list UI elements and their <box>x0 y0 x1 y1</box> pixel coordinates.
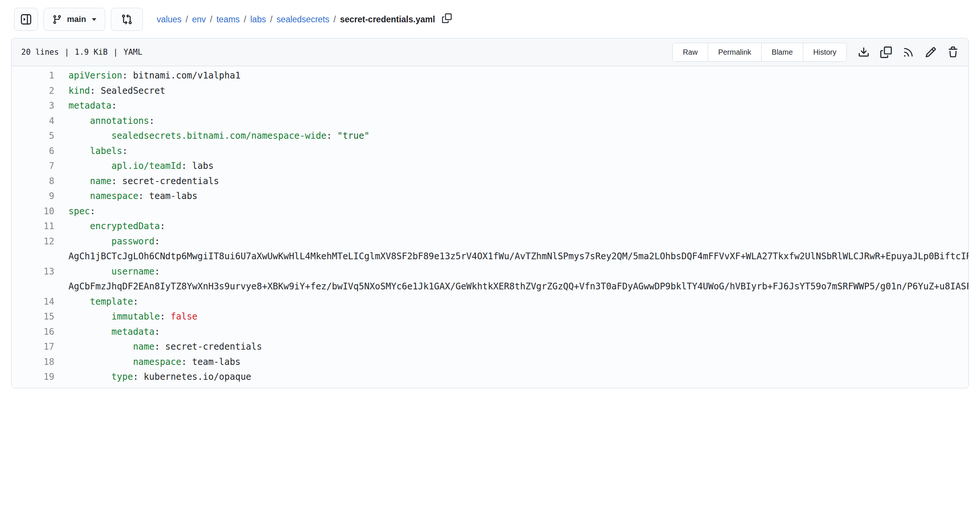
code-content: kind: SealedSecret <box>68 83 969 99</box>
download-icon <box>858 46 870 58</box>
line-number[interactable]: 19 <box>11 369 54 385</box>
breadcrumb-filename: secret-credentials.yaml <box>340 14 435 25</box>
line-number[interactable]: 2 <box>11 83 54 99</box>
compare-button[interactable] <box>111 8 143 31</box>
copy-content-button[interactable] <box>880 46 892 58</box>
breadcrumb-links: values/env/teams/labs/sealedsecrets/secr… <box>157 13 452 25</box>
code-content: name: secret-credentials <box>68 339 969 355</box>
line-number[interactable]: 6 <box>11 143 54 159</box>
code-line: 12 password: AgCh1jBCTcJgLOh6CNdtp6MwgiI… <box>11 234 969 264</box>
line-number[interactable]: 11 <box>11 219 54 234</box>
rss-feed-button[interactable] <box>903 46 914 58</box>
line-number[interactable]: 18 <box>11 355 54 370</box>
code-content: name: secret-credentials <box>68 174 969 189</box>
line-number[interactable]: 4 <box>11 113 54 129</box>
rss-icon <box>903 46 914 58</box>
breadcrumb-separator: / <box>244 14 246 25</box>
line-number[interactable]: 16 <box>11 324 54 340</box>
code-line: 5 sealedsecrets.bitnami.com/namespace-wi… <box>11 128 969 143</box>
code-line: 18 namespace: team-labs <box>11 355 969 370</box>
edit-pencil-icon <box>925 46 937 58</box>
code-content: apl.io/teamId: labs <box>68 159 969 174</box>
copy-path-icon <box>442 13 452 25</box>
delete-file-button[interactable] <box>947 46 959 58</box>
code-line: 3metadata: <box>11 98 969 113</box>
code-content: namespace: team-labs <box>68 189 969 204</box>
breadcrumb-link[interactable]: sealedsecrets <box>277 14 329 25</box>
permalink-button[interactable]: Permalink <box>708 43 761 61</box>
line-number[interactable]: 1 <box>11 68 54 83</box>
line-number[interactable]: 3 <box>11 98 54 113</box>
code-line: 9 namespace: team-labs <box>11 189 969 204</box>
expand-sidebar-button[interactable] <box>14 8 38 31</box>
breadcrumb-separator: / <box>210 14 212 25</box>
code-line: 13 username: AgCbFmzJhqDF2EAn8IyTZ8YwXnH… <box>11 264 969 294</box>
file-actions: RawPermalinkBlameHistory <box>672 43 959 62</box>
trash-icon <box>947 46 959 58</box>
chevron-down-icon <box>92 18 97 21</box>
download-button[interactable] <box>858 46 870 58</box>
file-info-divider: | <box>113 48 118 57</box>
code-content: immutable: false <box>68 309 969 324</box>
code-content: username: AgCbFmzJhqDF2EAn8IyTZ8YwXnH3s9… <box>68 264 969 294</box>
file-language: YAML <box>124 48 143 57</box>
top-bar: main values/env/teams/labs/sealedsecrets… <box>14 8 969 31</box>
copy-icon <box>880 46 892 58</box>
line-number[interactable]: 7 <box>11 159 54 174</box>
code-line: 19 type: kubernetes.io/opaque <box>11 369 969 385</box>
edit-file-button[interactable] <box>925 46 937 58</box>
raw-button[interactable]: Raw <box>673 43 708 61</box>
line-number[interactable]: 8 <box>11 174 54 189</box>
file-size: 1.9 KiB <box>75 48 108 57</box>
code-line: 14 template: <box>11 294 969 310</box>
breadcrumb-separator: / <box>333 14 336 25</box>
code-line: 8 name: secret-credentials <box>11 174 969 189</box>
code-content: metadata: <box>68 98 969 113</box>
code-line: 4 annotations: <box>11 113 969 129</box>
file-icon-actions <box>858 46 959 58</box>
line-number[interactable]: 10 <box>11 204 54 219</box>
code-content: metadata: <box>68 324 969 340</box>
code-content: namespace: team-labs <box>68 355 969 370</box>
file-view-box: 20 lines | 1.9 KiB | YAML RawPermalinkBl… <box>11 38 969 388</box>
code-line: 10spec: <box>11 204 969 219</box>
breadcrumb-link[interactable]: env <box>192 14 206 25</box>
code-content: labels: <box>68 143 969 159</box>
code-content: template: <box>68 294 969 310</box>
copy-path-button[interactable] <box>442 13 452 25</box>
line-number[interactable]: 5 <box>11 128 54 143</box>
code-line: 2kind: SealedSecret <box>11 83 969 99</box>
line-number[interactable]: 17 <box>11 339 54 355</box>
code-line: 16 metadata: <box>11 324 969 340</box>
code-line: 7 apl.io/teamId: labs <box>11 159 969 174</box>
branch-name-label: main <box>67 14 86 24</box>
blame-button[interactable]: Blame <box>761 43 803 61</box>
file-action-button-group: RawPermalinkBlameHistory <box>672 43 847 62</box>
line-number[interactable]: 12 <box>11 234 54 264</box>
breadcrumb-link[interactable]: values <box>157 14 181 25</box>
git-compare-icon <box>121 14 132 25</box>
breadcrumb-separator: / <box>270 14 272 25</box>
code-content: encryptedData: <box>68 219 969 234</box>
git-branch-icon <box>52 14 62 25</box>
line-number[interactable]: 9 <box>11 189 54 204</box>
breadcrumb-link[interactable]: labs <box>250 14 266 25</box>
file-lines-count: 20 lines <box>21 48 59 57</box>
code-content: apiVersion: bitnami.com/v1alpha1 <box>68 68 969 83</box>
breadcrumb-separator: / <box>186 14 188 25</box>
code-line: 11 encryptedData: <box>11 219 969 234</box>
line-number[interactable]: 14 <box>11 294 54 310</box>
branch-selector-button[interactable]: main <box>43 8 105 31</box>
breadcrumb-link[interactable]: teams <box>216 14 240 25</box>
line-number[interactable]: 15 <box>11 309 54 324</box>
history-button[interactable]: History <box>803 43 846 61</box>
file-info: 20 lines | 1.9 KiB | YAML <box>21 48 143 57</box>
file-info-divider: | <box>64 48 69 57</box>
sidebar-expand-icon <box>20 13 32 25</box>
code-line: 17 name: secret-credentials <box>11 339 969 355</box>
code-content: annotations: <box>68 113 969 129</box>
line-number[interactable]: 13 <box>11 264 54 294</box>
breadcrumb: values/env/teams/labs/sealedsecrets/secr… <box>157 13 452 25</box>
code-content: spec: <box>68 204 969 219</box>
file-header-bar: 20 lines | 1.9 KiB | YAML RawPermalinkBl… <box>11 38 969 66</box>
